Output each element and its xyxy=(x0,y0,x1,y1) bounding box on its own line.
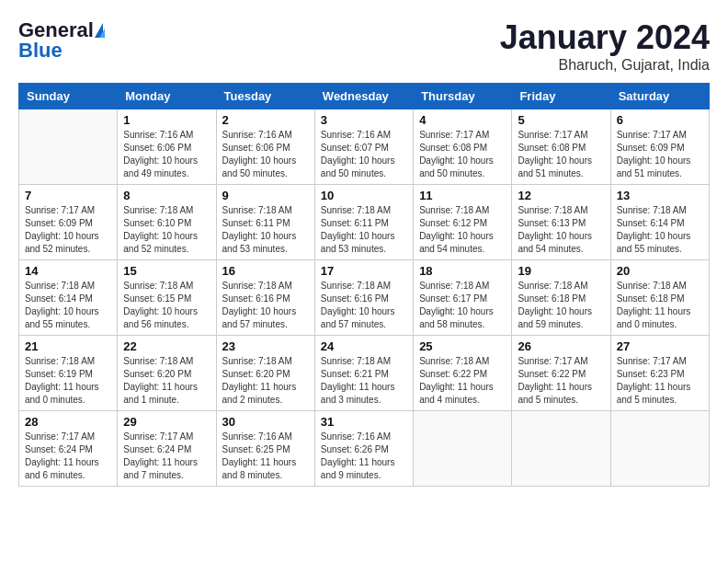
calendar-cell: 15Sunrise: 7:18 AM Sunset: 6:15 PM Dayli… xyxy=(118,260,216,336)
calendar-cell: 18Sunrise: 7:18 AM Sunset: 6:17 PM Dayli… xyxy=(414,260,512,336)
calendar-cell: 22Sunrise: 7:18 AM Sunset: 6:20 PM Dayli… xyxy=(118,336,216,411)
calendar-header-row: SundayMondayTuesdayWednesdayThursdayFrid… xyxy=(19,84,710,109)
day-number: 25 xyxy=(419,339,506,353)
day-number: 6 xyxy=(617,113,703,127)
calendar-cell: 2Sunrise: 7:16 AM Sunset: 6:06 PM Daylig… xyxy=(216,109,314,185)
day-info: Sunrise: 7:18 AM Sunset: 6:18 PM Dayligh… xyxy=(617,280,703,331)
day-info: Sunrise: 7:18 AM Sunset: 6:18 PM Dayligh… xyxy=(518,280,604,331)
day-info: Sunrise: 7:18 AM Sunset: 6:15 PM Dayligh… xyxy=(123,280,210,331)
calendar-cell: 12Sunrise: 7:18 AM Sunset: 6:13 PM Dayli… xyxy=(512,185,610,260)
day-info: Sunrise: 7:17 AM Sunset: 6:24 PM Dayligh… xyxy=(123,431,210,482)
calendar-cell: 3Sunrise: 7:16 AM Sunset: 6:07 PM Daylig… xyxy=(314,109,413,185)
calendar-header-friday: Friday xyxy=(512,84,610,109)
calendar-week-row: 1Sunrise: 7:16 AM Sunset: 6:06 PM Daylig… xyxy=(19,109,710,185)
day-number: 2 xyxy=(222,113,309,127)
day-number: 17 xyxy=(321,264,407,278)
day-info: Sunrise: 7:16 AM Sunset: 6:06 PM Dayligh… xyxy=(123,129,210,180)
calendar-week-row: 7Sunrise: 7:17 AM Sunset: 6:09 PM Daylig… xyxy=(19,185,710,260)
day-number: 4 xyxy=(419,113,506,127)
day-number: 10 xyxy=(321,189,407,202)
day-number: 27 xyxy=(617,339,703,353)
calendar-table: SundayMondayTuesdayWednesdayThursdayFrid… xyxy=(18,83,710,487)
calendar-cell: 5Sunrise: 7:17 AM Sunset: 6:08 PM Daylig… xyxy=(512,109,610,185)
day-info: Sunrise: 7:18 AM Sunset: 6:14 PM Dayligh… xyxy=(617,204,703,256)
calendar-header-monday: Monday xyxy=(118,84,216,109)
calendar-cell: 29Sunrise: 7:17 AM Sunset: 6:24 PM Dayli… xyxy=(118,411,216,487)
day-info: Sunrise: 7:17 AM Sunset: 6:08 PM Dayligh… xyxy=(518,129,604,180)
day-number: 13 xyxy=(617,189,703,202)
day-info: Sunrise: 7:18 AM Sunset: 6:20 PM Dayligh… xyxy=(123,355,210,407)
calendar-cell: 31Sunrise: 7:16 AM Sunset: 6:26 PM Dayli… xyxy=(314,411,413,487)
day-number: 3 xyxy=(321,113,407,127)
calendar-cell: 19Sunrise: 7:18 AM Sunset: 6:18 PM Dayli… xyxy=(512,260,610,336)
day-info: Sunrise: 7:18 AM Sunset: 6:11 PM Dayligh… xyxy=(222,204,309,256)
day-info: Sunrise: 7:18 AM Sunset: 6:11 PM Dayligh… xyxy=(321,204,407,256)
calendar-cell: 23Sunrise: 7:18 AM Sunset: 6:20 PM Dayli… xyxy=(216,336,314,411)
calendar-week-row: 21Sunrise: 7:18 AM Sunset: 6:19 PM Dayli… xyxy=(19,336,710,411)
calendar-cell: 28Sunrise: 7:17 AM Sunset: 6:24 PM Dayli… xyxy=(19,411,118,487)
day-info: Sunrise: 7:18 AM Sunset: 6:10 PM Dayligh… xyxy=(123,204,210,256)
day-info: Sunrise: 7:17 AM Sunset: 6:22 PM Dayligh… xyxy=(518,355,604,407)
day-info: Sunrise: 7:17 AM Sunset: 6:23 PM Dayligh… xyxy=(617,355,703,407)
day-info: Sunrise: 7:17 AM Sunset: 6:08 PM Dayligh… xyxy=(419,129,506,180)
day-number: 23 xyxy=(222,339,309,353)
page-header: General Blue January 2024 Bharuch, Gujar… xyxy=(18,18,710,74)
day-number: 24 xyxy=(321,339,407,353)
calendar-cell: 16Sunrise: 7:18 AM Sunset: 6:16 PM Dayli… xyxy=(216,260,314,336)
calendar-cell: 14Sunrise: 7:18 AM Sunset: 6:14 PM Dayli… xyxy=(19,260,118,336)
day-number: 11 xyxy=(419,189,506,202)
day-info: Sunrise: 7:18 AM Sunset: 6:12 PM Dayligh… xyxy=(419,204,506,256)
calendar-cell: 27Sunrise: 7:17 AM Sunset: 6:23 PM Dayli… xyxy=(610,336,709,411)
day-info: Sunrise: 7:17 AM Sunset: 6:09 PM Dayligh… xyxy=(25,204,111,256)
day-number: 7 xyxy=(25,189,111,202)
calendar-cell: 7Sunrise: 7:17 AM Sunset: 6:09 PM Daylig… xyxy=(19,185,118,260)
logo-blue-text: Blue xyxy=(18,39,63,63)
day-info: Sunrise: 7:18 AM Sunset: 6:13 PM Dayligh… xyxy=(518,204,604,256)
day-number: 9 xyxy=(222,189,309,202)
day-info: Sunrise: 7:16 AM Sunset: 6:25 PM Dayligh… xyxy=(222,431,309,482)
calendar-cell: 9Sunrise: 7:18 AM Sunset: 6:11 PM Daylig… xyxy=(216,185,314,260)
calendar-cell: 25Sunrise: 7:18 AM Sunset: 6:22 PM Dayli… xyxy=(414,336,512,411)
calendar-cell: 17Sunrise: 7:18 AM Sunset: 6:16 PM Dayli… xyxy=(314,260,413,336)
calendar-cell: 13Sunrise: 7:18 AM Sunset: 6:14 PM Dayli… xyxy=(610,185,709,260)
calendar-header-sunday: Sunday xyxy=(19,84,118,109)
day-info: Sunrise: 7:18 AM Sunset: 6:22 PM Dayligh… xyxy=(419,355,506,407)
calendar-header-saturday: Saturday xyxy=(610,84,709,109)
day-number: 20 xyxy=(617,264,703,278)
calendar-header-thursday: Thursday xyxy=(414,84,512,109)
calendar-cell: 21Sunrise: 7:18 AM Sunset: 6:19 PM Dayli… xyxy=(19,336,118,411)
calendar-header-tuesday: Tuesday xyxy=(216,84,314,109)
day-number: 16 xyxy=(222,264,309,278)
calendar-cell: 11Sunrise: 7:18 AM Sunset: 6:12 PM Dayli… xyxy=(414,185,512,260)
day-number: 22 xyxy=(123,339,210,353)
day-info: Sunrise: 7:16 AM Sunset: 6:06 PM Dayligh… xyxy=(222,129,309,180)
day-info: Sunrise: 7:17 AM Sunset: 6:09 PM Dayligh… xyxy=(617,129,703,180)
day-info: Sunrise: 7:18 AM Sunset: 6:19 PM Dayligh… xyxy=(25,355,111,407)
day-number: 5 xyxy=(518,113,604,127)
title-section: January 2024 Bharuch, Gujarat, India xyxy=(500,18,710,74)
day-number: 26 xyxy=(518,339,604,353)
calendar-cell: 30Sunrise: 7:16 AM Sunset: 6:25 PM Dayli… xyxy=(216,411,314,487)
month-title: January 2024 xyxy=(500,18,710,57)
calendar-cell: 24Sunrise: 7:18 AM Sunset: 6:21 PM Dayli… xyxy=(314,336,413,411)
day-info: Sunrise: 7:18 AM Sunset: 6:17 PM Dayligh… xyxy=(419,280,506,331)
location-text: Bharuch, Gujarat, India xyxy=(500,57,710,74)
day-info: Sunrise: 7:18 AM Sunset: 6:20 PM Dayligh… xyxy=(222,355,309,407)
day-number: 18 xyxy=(419,264,506,278)
calendar-cell: 8Sunrise: 7:18 AM Sunset: 6:10 PM Daylig… xyxy=(118,185,216,260)
day-number: 21 xyxy=(25,339,111,353)
day-info: Sunrise: 7:18 AM Sunset: 6:21 PM Dayligh… xyxy=(321,355,407,407)
calendar-cell: 20Sunrise: 7:18 AM Sunset: 6:18 PM Dayli… xyxy=(610,260,709,336)
day-number: 29 xyxy=(123,415,210,429)
day-number: 1 xyxy=(123,113,210,127)
calendar-cell xyxy=(610,411,709,487)
day-number: 28 xyxy=(25,415,111,429)
calendar-body: 1Sunrise: 7:16 AM Sunset: 6:06 PM Daylig… xyxy=(19,109,710,487)
calendar-week-row: 14Sunrise: 7:18 AM Sunset: 6:14 PM Dayli… xyxy=(19,260,710,336)
calendar-week-row: 28Sunrise: 7:17 AM Sunset: 6:24 PM Dayli… xyxy=(19,411,710,487)
day-info: Sunrise: 7:16 AM Sunset: 6:26 PM Dayligh… xyxy=(321,431,407,482)
day-info: Sunrise: 7:18 AM Sunset: 6:14 PM Dayligh… xyxy=(25,280,111,331)
calendar-cell xyxy=(414,411,512,487)
day-number: 8 xyxy=(123,189,210,202)
day-number: 30 xyxy=(222,415,309,429)
